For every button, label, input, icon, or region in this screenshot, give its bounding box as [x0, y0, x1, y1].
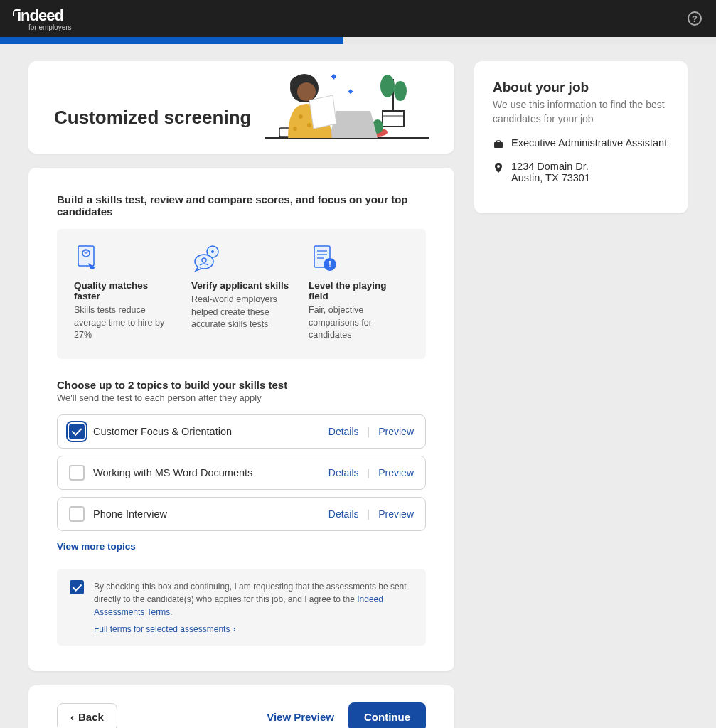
benefit-body: Skills tests reduce average time to hire… [74, 304, 174, 342]
preview-link[interactable]: Preview [378, 467, 414, 478]
benefit-body: Fair, objective comparisons for candidat… [309, 304, 409, 342]
badge-icon [74, 243, 105, 274]
topic-actions: Details | Preview [328, 426, 414, 437]
job-title-row: Executive Administrative Assistant [493, 137, 669, 152]
topic-row-customer-focus[interactable]: Customer Focus & Orientation Details | P… [57, 414, 426, 449]
sidebar-column: About your job We use this information t… [474, 61, 688, 213]
full-terms-link[interactable]: Full terms for selected assessments › [94, 624, 235, 634]
svg-text:!: ! [328, 259, 331, 269]
details-link[interactable]: Details [328, 426, 359, 437]
svg-rect-30 [497, 141, 501, 143]
address-line2: Austin, TX 73301 [511, 172, 590, 183]
topic-checkbox[interactable] [69, 506, 85, 522]
chevron-left-icon: ‹ [70, 711, 74, 723]
consent-text: By checking this box and continuing, I a… [94, 580, 413, 619]
chevron-right-icon: › [233, 624, 235, 634]
svg-rect-16 [78, 246, 94, 266]
details-link[interactable]: Details [328, 508, 359, 520]
job-title: Executive Administrative Assistant [511, 137, 667, 152]
svg-rect-15 [348, 89, 353, 94]
benefit-title: Level the playing field [309, 280, 409, 301]
svg-point-11 [297, 82, 316, 101]
benefit-fair: ! Level the playing field Fair, objectiv… [309, 243, 409, 342]
topic-checkbox[interactable] [69, 424, 85, 439]
job-location: 1234 Domain Dr. Austin, TX 73301 [511, 161, 590, 183]
page-title: Customized screening [54, 107, 251, 129]
view-preview-button[interactable]: View Preview [267, 711, 334, 723]
chat-icon [191, 243, 223, 274]
progress-fill [0, 37, 343, 44]
choose-heading: Choose up to 2 topics to build your skil… [57, 379, 426, 391]
svg-rect-0 [383, 111, 404, 127]
topic-actions: Details | Preview [328, 508, 414, 520]
preview-link[interactable]: Preview [378, 426, 414, 437]
consent-content: By checking this box and continuing, I a… [94, 580, 413, 634]
form-card: Build a skills test, review and compare … [28, 168, 454, 671]
svg-point-13 [307, 123, 311, 127]
full-terms-label: Full terms for selected assessments [94, 624, 230, 634]
checklist-icon: ! [309, 243, 340, 274]
progress-bar [0, 37, 716, 44]
consent-checkbox[interactable] [70, 580, 84, 594]
continue-button[interactable]: Continue [348, 702, 426, 729]
location-pin-icon [493, 162, 504, 183]
back-button[interactable]: ‹ Back [57, 703, 117, 729]
divider: | [368, 467, 370, 478]
app-header: indeed for employers ? [0, 0, 716, 37]
benefits-panel: Quality matches faster Skills tests redu… [57, 229, 426, 359]
svg-point-31 [497, 165, 500, 168]
nav-card: ‹ Back View Preview Continue [28, 685, 454, 729]
main-column: Customized screening [28, 61, 454, 728]
benefit-verify: Verify applicant skills Real-world emplo… [191, 243, 292, 342]
preview-link[interactable]: Preview [378, 508, 414, 520]
job-location-row: 1234 Domain Dr. Austin, TX 73301 [493, 161, 669, 183]
view-more-topics-link[interactable]: View more topics [57, 541, 136, 552]
nav-right: View Preview Continue [267, 702, 426, 729]
briefcase-icon [493, 139, 504, 152]
svg-point-12 [299, 114, 303, 119]
details-link[interactable]: Details [328, 467, 359, 478]
svg-point-4 [394, 81, 407, 101]
topic-checkbox[interactable] [69, 465, 85, 481]
choose-subtext: We'll send the test to each person after… [57, 392, 426, 403]
page-body: Customized screening [0, 44, 716, 728]
topic-label: Customer Focus & Orientation [93, 426, 320, 437]
about-job-card: About your job We use this information t… [474, 61, 688, 213]
topic-row-phone-interview[interactable]: Phone Interview Details | Preview [57, 497, 426, 531]
back-label: Back [78, 711, 104, 723]
svg-rect-7 [279, 128, 289, 136]
svg-point-14 [293, 127, 297, 131]
divider: | [368, 426, 370, 437]
help-icon[interactable]: ? [688, 11, 702, 26]
topic-actions: Details | Preview [328, 467, 414, 478]
about-desc: We use this information to find the best… [493, 98, 669, 126]
topic-label: Phone Interview [93, 508, 320, 520]
svg-point-3 [380, 75, 395, 97]
hero-card: Customized screening [28, 61, 454, 154]
hero-illustration [265, 61, 429, 154]
logo[interactable]: indeed for employers [14, 6, 72, 31]
topic-row-ms-word[interactable]: Working with MS Word Documents Details |… [57, 456, 426, 490]
consent-box: By checking this box and continuing, I a… [57, 569, 426, 646]
benefit-title: Verify applicant skills [191, 280, 292, 291]
address-line1: 1234 Domain Dr. [511, 161, 589, 172]
benefit-title: Quality matches faster [74, 280, 174, 301]
benefit-body: Real-world employers helped create these… [191, 294, 292, 331]
benefit-quality: Quality matches faster Skills tests redu… [74, 243, 174, 342]
build-heading: Build a skills test, review and compare … [57, 193, 426, 218]
about-title: About your job [493, 80, 669, 95]
divider: | [368, 508, 370, 520]
svg-point-21 [195, 255, 213, 269]
svg-point-20 [211, 250, 214, 253]
topic-label: Working with MS Word Documents [93, 467, 320, 478]
logo-main: indeed [14, 6, 63, 25]
